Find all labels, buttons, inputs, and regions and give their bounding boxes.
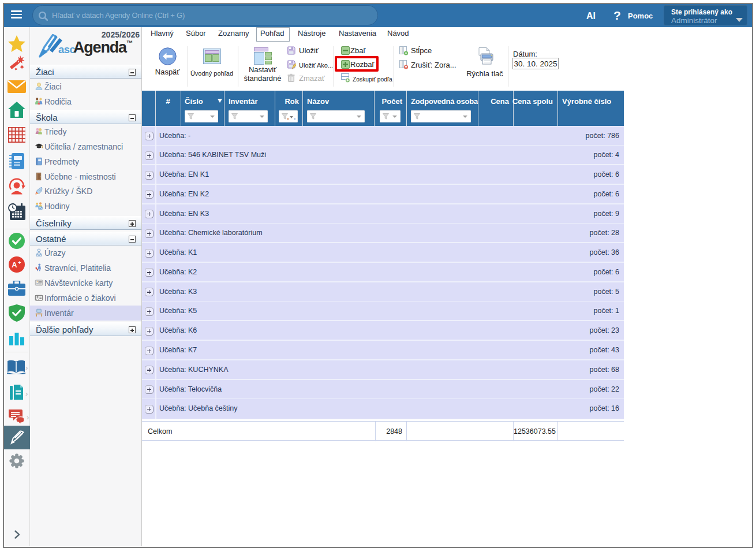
svg-text:+: +: [18, 260, 21, 266]
svg-text:A: A: [12, 260, 17, 269]
